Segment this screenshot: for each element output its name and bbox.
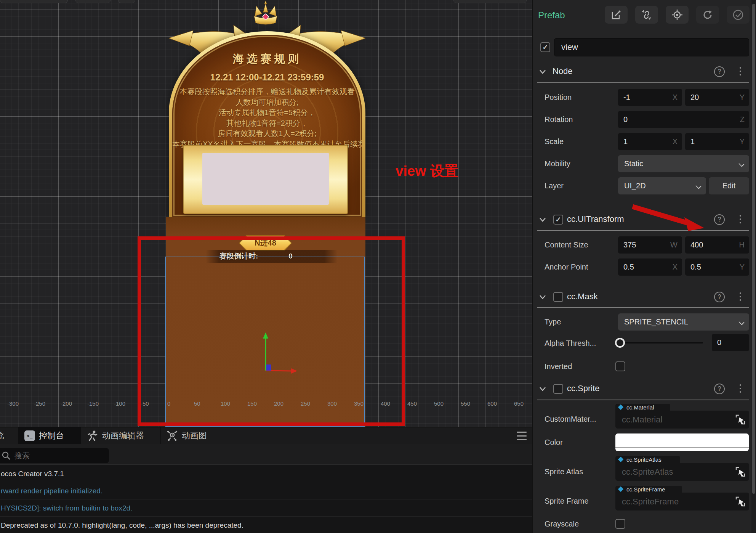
grayscale-checkbox[interactable] — [615, 519, 625, 529]
ruler-label: -150 — [87, 400, 99, 407]
position-y-field[interactable]: 20Y — [685, 89, 749, 106]
console-filter-bar: 搜索 正则 ✓ Log ✓ Info ✓ Warning ✓ Error — [0, 444, 532, 465]
color-label: Color — [545, 438, 563, 447]
ruler-label: 550 — [461, 400, 470, 407]
mask-type-label: Type — [545, 318, 561, 326]
menu-dots-icon[interactable] — [740, 384, 741, 395]
toolbar-button-stub[interactable] — [75, 0, 111, 3]
prefab-unlink-button[interactable] — [635, 6, 658, 24]
rotation-z-field[interactable]: 0Z — [618, 111, 749, 128]
console-menu-icon[interactable] — [517, 432, 527, 440]
tab-preview-partial[interactable]: 览 — [0, 427, 18, 444]
help-icon[interactable]: ? — [714, 292, 725, 302]
check-circle-icon — [732, 9, 744, 21]
color-swatch[interactable] — [615, 433, 749, 451]
alpha-threshold-slider[interactable] — [615, 338, 625, 348]
anchor-point-label: Anchor Point — [545, 263, 588, 271]
node-section-title[interactable]: Node — [553, 66, 573, 76]
prefab-apply-button[interactable] — [727, 6, 750, 24]
sprite-enabled-checkbox[interactable] — [553, 384, 563, 394]
log-row[interactable]: ocos Creator v3.7.1 — [0, 465, 532, 482]
tab-animation-editor[interactable]: 动画编辑器 — [81, 427, 161, 444]
mask-enabled-checkbox[interactable] — [553, 292, 563, 302]
menu-dots-icon[interactable] — [740, 67, 741, 77]
frame-type-chip: cc.SpriteFrame — [615, 486, 682, 493]
alpha-threshold-field[interactable]: 0 — [712, 334, 749, 351]
console-tab-bar: 览 >_ 控制台 动画编辑器 动画图 — [0, 427, 532, 444]
divider — [537, 307, 749, 308]
mask-section-title[interactable]: cc.Mask — [567, 292, 598, 302]
scene-view[interactable]: 海选赛规则 12.21 12:00-12.21 23:59:59 本赛段按照海选… — [0, 0, 532, 427]
log-row[interactable]: Deprecated as of 10.7.0. highlight(lang,… — [0, 517, 532, 533]
chevron-down-icon[interactable] — [539, 294, 546, 300]
scale-y-field[interactable]: 1Y — [685, 133, 749, 150]
divider — [537, 400, 749, 400]
inspector-scrollbar-thumb[interactable] — [752, 4, 755, 494]
rotation-label: Rotation — [545, 115, 573, 124]
anchor-x-field[interactable]: 0.5X — [618, 258, 682, 276]
annotation-arrow — [610, 198, 709, 236]
toolbar-button-stub[interactable] — [118, 0, 135, 3]
sprite-frame-field[interactable]: cc.SpriteFrame — [615, 493, 749, 511]
content-size-label: Content Size — [545, 241, 588, 249]
log-row[interactable]: HYSICS2D]: switch from builtin to box2d. — [0, 499, 532, 517]
terminal-icon: >_ — [24, 430, 35, 441]
ruler-label: 600 — [487, 400, 497, 407]
rules-date: 12.21 12:00-12.21 23:59:59 — [172, 72, 362, 83]
rules-title: 海选赛规则 — [172, 51, 362, 67]
rules-panel: 海选赛规则 12.21 12:00-12.21 23:59:59 本赛段按照海选… — [169, 31, 365, 217]
scale-x-field[interactable]: 1X — [618, 133, 682, 150]
mask-type-select[interactable]: SPRITE_STENCIL — [618, 313, 749, 331]
material-type-chip: cc.Material — [615, 404, 670, 411]
mobility-select[interactable]: Static — [618, 155, 749, 172]
sprite-section-title[interactable]: cc.Sprite — [567, 384, 600, 393]
chevron-down-icon[interactable] — [539, 217, 546, 222]
node-name-input[interactable]: view — [554, 38, 749, 56]
prefab-refresh-button[interactable] — [696, 6, 719, 24]
layer-edit-button[interactable]: Edit — [709, 177, 749, 194]
content-size-w-field[interactable]: 375W — [618, 236, 682, 254]
custom-material-field[interactable]: cc.Material — [615, 411, 749, 429]
inverted-checkbox[interactable] — [615, 361, 625, 371]
anchor-y-field[interactable]: 0.5Y — [685, 258, 749, 276]
sprite-atlas-label: Sprite Atlas — [545, 467, 583, 476]
menu-dots-icon[interactable] — [740, 292, 741, 303]
search-input[interactable]: 搜索 — [0, 448, 109, 463]
help-icon[interactable]: ? — [714, 66, 725, 77]
sprite-atlas-field[interactable]: cc.SpriteAtlas — [615, 463, 749, 481]
menu-dots-icon[interactable] — [740, 215, 741, 225]
reward-box-inner — [202, 153, 329, 205]
log-row[interactable]: rward render pipeline initialized. — [0, 482, 532, 499]
inverted-label: Inverted — [545, 362, 572, 371]
uitransform-enabled-checkbox[interactable]: ✓ — [553, 215, 563, 225]
content-size-h-field[interactable]: 400H — [685, 236, 749, 254]
tab-console[interactable]: >_ 控制台 — [18, 427, 81, 444]
asset-picker-icon[interactable] — [735, 496, 746, 508]
custom-material-label: CustomMater... — [545, 415, 596, 424]
toolbar-button-stub[interactable] — [453, 0, 527, 3]
prefab-label: Prefab — [538, 10, 565, 21]
position-x-field[interactable]: -1X — [618, 89, 682, 106]
annotation-text: view 设置 — [396, 162, 458, 181]
node-active-checkbox[interactable]: ✓ — [540, 42, 550, 52]
tab-animation-graph[interactable]: 动画图 — [161, 427, 235, 444]
help-icon[interactable]: ? — [714, 384, 725, 394]
layer-select[interactable]: UI_2D — [618, 177, 706, 194]
asset-picker-icon[interactable] — [735, 466, 746, 478]
asset-picker-icon[interactable] — [735, 414, 746, 426]
chevron-down-icon[interactable] — [539, 69, 546, 74]
alpha-threshold-track[interactable] — [625, 342, 703, 344]
animation-graph-icon — [167, 430, 178, 441]
prefab-edit-button[interactable] — [605, 6, 628, 24]
crown-image — [246, 1, 285, 26]
toolbar-button-stub[interactable] — [0, 0, 68, 3]
ruler-label: -200 — [61, 400, 72, 407]
prefab-locate-button[interactable] — [666, 6, 689, 24]
help-icon[interactable]: ? — [714, 214, 725, 225]
scale-label: Scale — [545, 137, 564, 146]
chevron-down-icon[interactable] — [539, 386, 546, 392]
ruler-label: -100 — [114, 400, 125, 407]
alpha-threshold-label: Alpha Thresh... — [545, 339, 596, 348]
asset-diamond-icon — [618, 457, 623, 462]
animation-editor-icon — [87, 430, 98, 441]
